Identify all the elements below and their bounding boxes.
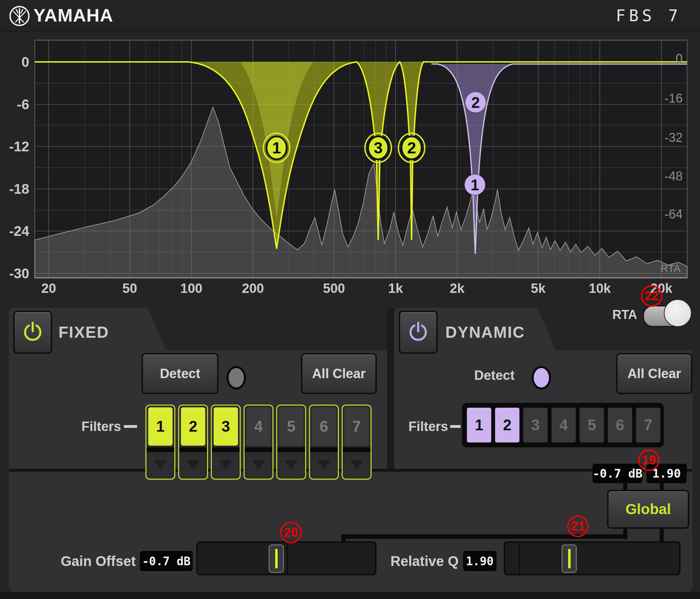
fixed-detect-button[interactable]: Detect [142,353,218,394]
svg-text:3: 3 [374,139,383,157]
fixed-marker-1[interactable]: 1 [263,133,290,162]
svg-text:-12: -12 [9,139,29,154]
fixed-filter-7-dropdown[interactable] [344,452,369,477]
svg-text:1: 1 [272,139,281,157]
dynamic-power-button[interactable] [399,311,438,354]
connector-line [341,534,627,539]
fixed-power-button[interactable] [13,311,52,354]
gain-offset-label: Gain Offset [38,551,136,572]
fixed-section-title: FIXED [58,323,109,342]
graph-canvas: 1 3 2 2 1 0 -6 -12 -18 -24 -30 0 -16 -32… [0,31,700,303]
y-axis-left-labels: 0 -6 -12 -18 -24 -30 [9,54,30,281]
fixed-filter-2[interactable]: 2 [178,405,208,480]
fixed-filter-4-number[interactable]: 4 [246,407,271,446]
callout-22: 22 [641,285,662,307]
fixed-filter-7-number[interactable]: 7 [344,407,369,446]
fixed-filter-4-dropdown[interactable] [246,452,271,477]
fixed-filter-6-dropdown[interactable] [312,452,336,477]
global-button[interactable]: Global [607,490,689,529]
svg-text:20: 20 [41,281,56,296]
dynamic-filters-dash [450,425,461,428]
dynamic-filter-1[interactable]: 1 [467,408,491,442]
dynamic-detect-label: Detect [474,368,515,383]
chevron-down-icon [219,460,232,469]
panel-divider [387,308,394,470]
fixed-filter-7[interactable]: 7 [342,405,372,480]
dynamic-filters-label: Filters [392,416,448,437]
yamaha-logo-icon [8,5,31,27]
power-icon [22,321,43,344]
dynamic-filter-4[interactable]: 4 [551,408,576,442]
fixed-filter-3-dropdown[interactable] [214,452,238,477]
fixed-all-clear-button[interactable]: All Clear [301,353,377,394]
chevron-down-icon [154,460,167,469]
connector-line [623,483,627,490]
slider-center-mark [287,543,288,574]
fixed-filter-6[interactable]: 6 [309,405,339,480]
gain-offset-slider[interactable] [196,541,376,575]
chevron-down-icon [350,460,363,469]
fixed-filter-3[interactable]: 3 [211,405,241,480]
fixed-filter-5-dropdown[interactable] [279,452,303,477]
dynamic-filter-5[interactable]: 5 [580,408,604,442]
svg-text:50: 50 [122,281,137,296]
fixed-filter-2-dropdown[interactable] [181,452,205,477]
svg-text:-64: -64 [665,207,683,221]
svg-text:0: 0 [22,54,29,70]
rta-toggle-knob[interactable] [664,299,692,327]
dynamic-filter-2[interactable]: 2 [495,408,519,442]
fixed-filter-1[interactable]: 1 [145,405,175,480]
fixed-filters-label: Filters [63,416,121,437]
fixed-filter-6-number[interactable]: 6 [312,407,336,446]
fixed-filter-3-number[interactable]: 3 [214,407,238,446]
fixed-filter-5[interactable]: 5 [276,405,306,480]
svg-text:500: 500 [323,281,345,296]
chevron-down-icon [317,460,331,469]
brand-name: YAMAHA [33,5,113,26]
chevron-down-icon [285,460,298,469]
x-axis-labels: 20 50 100 200 500 1k 2k 5k 10k 20k [41,281,673,296]
svg-text:-32: -32 [665,130,683,145]
dynamic-section-title: DYNAMIC [445,323,525,342]
fixed-filter-4[interactable]: 4 [244,405,273,480]
relative-q-slider-handle[interactable] [562,544,577,573]
dynamic-filter-6[interactable]: 6 [608,408,632,442]
svg-text:0: 0 [676,51,683,66]
connector-line [660,483,664,490]
svg-text:10k: 10k [589,281,611,296]
fixed-marker-3[interactable]: 3 [365,133,391,162]
svg-text:200: 200 [242,281,264,296]
svg-text:-18: -18 [9,181,29,197]
svg-text:-6: -6 [17,97,29,112]
footer-strip [0,592,700,599]
svg-text:2: 2 [471,94,480,111]
svg-text:2: 2 [407,139,416,157]
svg-text:1: 1 [471,176,479,193]
dynamic-filter-3[interactable]: 3 [523,408,548,442]
fixed-filter-1-dropdown[interactable] [148,452,173,477]
fixed-filter-5-number[interactable]: 5 [279,407,303,446]
svg-text:100: 100 [180,281,202,296]
svg-text:5k: 5k [531,281,546,296]
rta-toggle-label: RTA [612,308,637,322]
dynamic-marker-1[interactable]: 1 [464,174,485,195]
slider-min-mark [519,543,520,574]
gain-offset-value: -0.7 dB [140,551,193,571]
fixed-detect-indicator [226,366,246,390]
gain-offset-slider-handle[interactable] [269,544,284,573]
dynamic-filter-7[interactable]: 7 [636,408,660,442]
svg-text:2k: 2k [450,281,465,296]
fixed-marker-2[interactable]: 2 [398,133,425,162]
svg-text:-16: -16 [665,91,683,105]
callout-21: 21 [567,516,589,537]
relative-q-label: Relative Q [379,551,459,572]
dynamic-filter-group: 1 2 3 4 5 6 7 [462,403,664,447]
fixed-filter-2-number[interactable]: 2 [181,407,205,446]
title-bar: YAMAHA FBS 7 [0,0,700,32]
chevron-down-icon [186,460,200,469]
relative-q-slider[interactable] [504,541,681,575]
svg-text:-48: -48 [665,169,683,183]
dynamic-marker-2[interactable]: 2 [465,92,486,113]
dynamic-all-clear-button[interactable]: All Clear [616,353,692,394]
fixed-filter-1-number[interactable]: 1 [148,407,173,446]
